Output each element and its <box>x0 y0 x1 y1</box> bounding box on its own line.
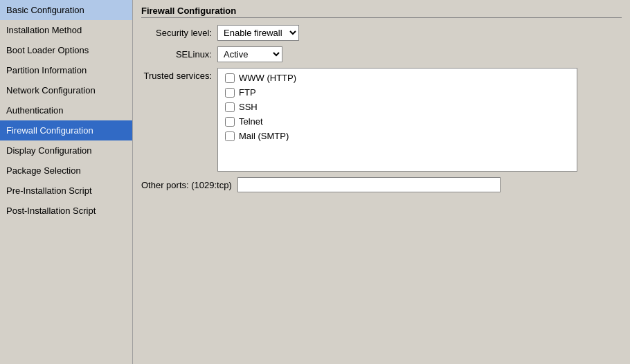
security-level-label: Security level: <box>141 28 217 38</box>
sidebar-item-package-selection[interactable]: Package Selection <box>0 161 132 181</box>
other-ports-input[interactable] <box>237 177 501 192</box>
sidebar: Basic ConfigurationInstallation MethodBo… <box>0 0 133 364</box>
sidebar-item-display-configuration[interactable]: Display Configuration <box>0 140 132 161</box>
trusted-services-row: Trusted services: WWW (HTTP)FTPSSHTelnet… <box>141 68 622 172</box>
label-ssh: SSH <box>239 102 258 112</box>
trusted-service-telnet: Telnet <box>225 116 570 127</box>
other-ports-row: Other ports: (1029:tcp) <box>141 177 622 192</box>
label-telnet: Telnet <box>239 116 263 127</box>
trusted-services-label: Trusted services: <box>141 68 217 81</box>
main-panel: Firewall Configuration Security level: E… <box>133 0 630 364</box>
sidebar-item-network-configuration[interactable]: Network Configuration <box>0 80 132 100</box>
selinux-row: SELinux: ActivePermissiveDisabled <box>141 46 622 62</box>
trusted-service-mail: Mail (SMTP) <box>225 131 570 141</box>
label-www: WWW (HTTP) <box>239 73 296 83</box>
sidebar-item-partition-information[interactable]: Partition Information <box>0 60 132 80</box>
sidebar-item-pre-installation-script[interactable]: Pre-Installation Script <box>0 181 132 201</box>
checkbox-mail[interactable] <box>225 131 235 141</box>
checkbox-ssh[interactable] <box>225 102 235 112</box>
label-mail: Mail (SMTP) <box>239 131 289 141</box>
trusted-services-box: WWW (HTTP)FTPSSHTelnetMail (SMTP) <box>217 68 577 172</box>
sidebar-item-post-installation-script[interactable]: Post-Installation Script <box>0 201 132 221</box>
trusted-service-www: WWW (HTTP) <box>225 73 570 83</box>
sidebar-item-basic-configuration[interactable]: Basic Configuration <box>0 0 132 20</box>
security-level-row: Security level: Enable firewallDisable f… <box>141 25 622 41</box>
checkbox-www[interactable] <box>225 73 235 83</box>
sidebar-item-boot-loader-options[interactable]: Boot Loader Options <box>0 40 132 60</box>
sidebar-item-installation-method[interactable]: Installation Method <box>0 20 132 40</box>
checkbox-telnet[interactable] <box>225 117 235 127</box>
security-level-select[interactable]: Enable firewallDisable firewallNo firewa… <box>217 25 299 41</box>
panel-title: Firewall Configuration <box>141 6 622 18</box>
checkbox-ftp[interactable] <box>225 88 235 98</box>
trusted-service-ssh: SSH <box>225 102 570 112</box>
other-ports-label: Other ports: (1029:tcp) <box>141 180 237 190</box>
selinux-label: SELinux: <box>141 49 217 60</box>
trusted-service-ftp: FTP <box>225 87 570 98</box>
sidebar-item-authentication[interactable]: Authentication <box>0 100 132 120</box>
label-ftp: FTP <box>239 87 256 98</box>
selinux-select[interactable]: ActivePermissiveDisabled <box>217 46 282 62</box>
sidebar-item-firewall-configuration[interactable]: Firewall Configuration <box>0 120 132 140</box>
